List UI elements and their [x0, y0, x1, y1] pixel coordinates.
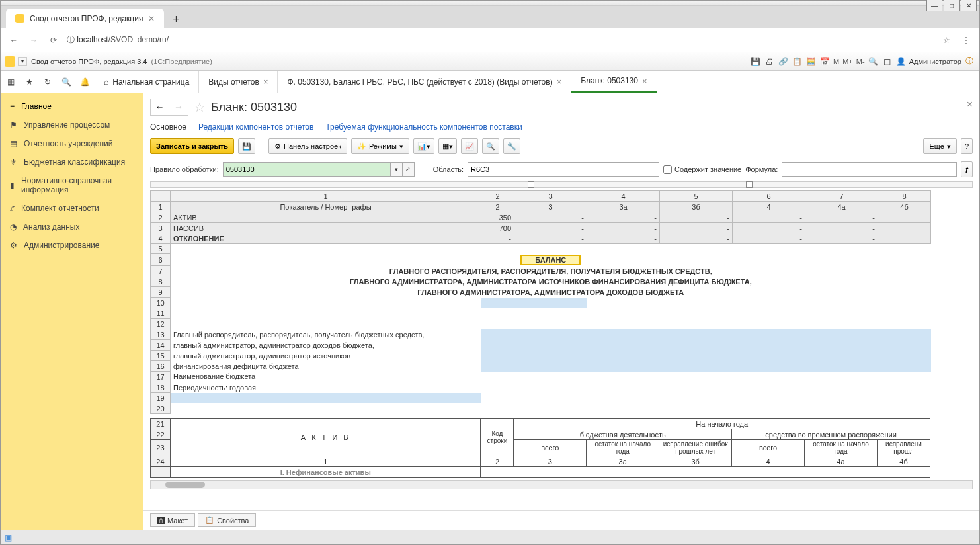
cell[interactable]: ОТКЛОНЕНИЕ — [171, 233, 481, 244]
cell[interactable]: - — [514, 223, 587, 233]
sidebar-item-set[interactable]: ⎎Комплект отчетности — [1, 199, 143, 218]
settings-panel-button[interactable]: ⚙Панель настроек — [268, 138, 347, 154]
cell[interactable]: Периодичность: годовая — [171, 382, 481, 393]
rule-input[interactable] — [223, 162, 391, 177]
sidebar-item-reports[interactable]: ▤Отчетность учреждений — [1, 134, 143, 153]
history-icon[interactable]: ↻ — [42, 76, 54, 88]
cell[interactable]: - — [805, 233, 878, 244]
cell[interactable]: Код строки — [481, 419, 514, 456]
cell[interactable]: бюджетная деятельность — [514, 429, 732, 440]
row-header[interactable]: 8 — [151, 276, 171, 287]
bottom-tab-maket[interactable]: 🅰Макет — [150, 513, 195, 527]
star-icon[interactable]: ☆ — [940, 34, 953, 47]
row-header[interactable]: 19 — [151, 393, 171, 403]
close-icon[interactable]: × — [557, 77, 562, 87]
close-icon[interactable]: × — [263, 77, 268, 87]
tool-btn-3[interactable]: 📈 — [461, 138, 478, 154]
mem-mplus[interactable]: M+ — [842, 58, 854, 65]
sidebar-item-main[interactable]: ≡Главное — [1, 97, 143, 116]
row-header[interactable]: 6 — [151, 254, 171, 266]
row-header[interactable]: 10 — [151, 298, 171, 308]
cell[interactable]: Наименование бюджета — [171, 372, 481, 382]
cell[interactable]: 3б — [660, 202, 733, 212]
tool-btn-4[interactable]: 🔍 — [482, 138, 499, 154]
mem-m[interactable]: M — [833, 58, 840, 65]
tab-blank[interactable]: Бланк: 0503130 × — [571, 71, 657, 93]
favorite-icon[interactable]: ★ — [23, 76, 35, 88]
cell[interactable]: всего — [514, 440, 587, 456]
cell[interactable] — [878, 212, 931, 223]
cell[interactable]: 3 — [514, 456, 587, 467]
row-header[interactable]: 16 — [151, 361, 171, 372]
col-header[interactable]: 7 — [805, 191, 878, 202]
collapse-mark-icon[interactable]: - — [528, 181, 534, 188]
cell[interactable] — [481, 298, 587, 308]
contains-checkbox[interactable] — [663, 165, 672, 174]
clipboard-icon[interactable]: 📋 — [791, 56, 803, 67]
row-header[interactable]: 18 — [151, 382, 171, 393]
cell[interactable]: 4 — [732, 456, 805, 467]
cell[interactable]: всего — [732, 440, 805, 456]
cell[interactable]: 4 — [733, 202, 805, 212]
tool-btn-2[interactable]: ▦▾ — [438, 138, 457, 154]
col-header[interactable]: 2 — [481, 191, 514, 202]
cell[interactable]: - — [587, 233, 660, 244]
tab-report-types[interactable]: Виды отчетов × — [199, 71, 278, 93]
cell[interactable]: - — [660, 212, 733, 223]
cell[interactable]: 3б — [659, 456, 732, 467]
cell[interactable] — [481, 361, 931, 372]
horizontal-scrollbar[interactable] — [150, 480, 973, 489]
cell[interactable]: остаток на начало года — [587, 440, 659, 456]
close-tab-icon[interactable]: ✕ — [148, 14, 155, 23]
sidebar-item-reference[interactable]: ▮Нормативно-справочная информация — [1, 171, 143, 199]
col-header[interactable]: 6 — [733, 191, 805, 202]
close-page-icon[interactable]: × — [967, 99, 973, 110]
cell[interactable]: финансирования дефицита бюджета — [171, 361, 481, 372]
save-icon[interactable]: 💾 — [749, 56, 761, 67]
formula-input[interactable] — [782, 162, 957, 177]
cell[interactable]: А К Т И В — [170, 419, 480, 456]
cell[interactable]: - — [587, 212, 660, 223]
menu-icon[interactable]: ⋮ — [960, 34, 973, 47]
cell[interactable]: 3 — [514, 202, 587, 212]
col-header[interactable]: 4 — [587, 191, 660, 202]
cell[interactable]: - — [660, 223, 733, 233]
cell[interactable]: ПАССИВ — [171, 223, 481, 233]
more-button[interactable]: Еще▾ — [923, 138, 956, 154]
row-header[interactable]: 13 — [151, 329, 171, 340]
cell[interactable]: ГЛАВНОГО РАСПОРЯДИТЕЛЯ, РАСПОРЯДИТЕЛЯ, П… — [171, 266, 931, 276]
col-header[interactable]: 8 — [878, 191, 931, 202]
cell[interactable]: 350 — [481, 212, 514, 223]
apps-grid-icon[interactable]: ▦ — [5, 76, 17, 88]
maximize-button[interactable]: □ — [944, 0, 960, 11]
forward-icon[interactable]: → — [27, 34, 40, 47]
cell[interactable]: 2 — [481, 456, 514, 467]
cell[interactable] — [878, 223, 931, 233]
data-table[interactable]: 21А К Т И ВКод строкиНа начало года 22бю… — [150, 418, 930, 478]
collapse-bar[interactable]: - - — [150, 181, 973, 188]
nav-back-button[interactable]: ← — [151, 99, 169, 115]
cell[interactable] — [481, 382, 931, 393]
help-button[interactable]: ? — [961, 138, 973, 154]
cell[interactable]: На начало года — [514, 419, 930, 429]
cell[interactable] — [481, 467, 930, 478]
cell[interactable] — [587, 298, 931, 308]
col-header[interactable]: 5 — [660, 191, 733, 202]
cell[interactable] — [171, 308, 931, 319]
row-header[interactable]: 1 — [151, 202, 171, 212]
cell[interactable]: I. Нефинансовые активы — [170, 467, 480, 478]
tab-home[interactable]: ⌂ Начальная страница — [95, 71, 199, 93]
cell[interactable]: - — [733, 223, 805, 233]
search-icon[interactable]: 🔍 — [60, 76, 72, 88]
row-header[interactable]: 17 — [151, 372, 171, 382]
modes-button[interactable]: ✨Режимы▾ — [351, 138, 409, 154]
calendar-icon[interactable]: 📅 — [819, 56, 831, 67]
cell[interactable]: 3а — [587, 456, 659, 467]
cell[interactable]: 4б — [878, 202, 931, 212]
new-tab-button[interactable]: + — [167, 10, 185, 28]
subtab-main[interactable]: Основное — [150, 122, 186, 132]
cell[interactable]: 3а — [587, 202, 660, 212]
cell[interactable]: Показатель / Номер графы — [171, 202, 481, 212]
tool-btn-5[interactable]: 🔧 — [503, 138, 520, 154]
cell[interactable] — [481, 351, 931, 361]
